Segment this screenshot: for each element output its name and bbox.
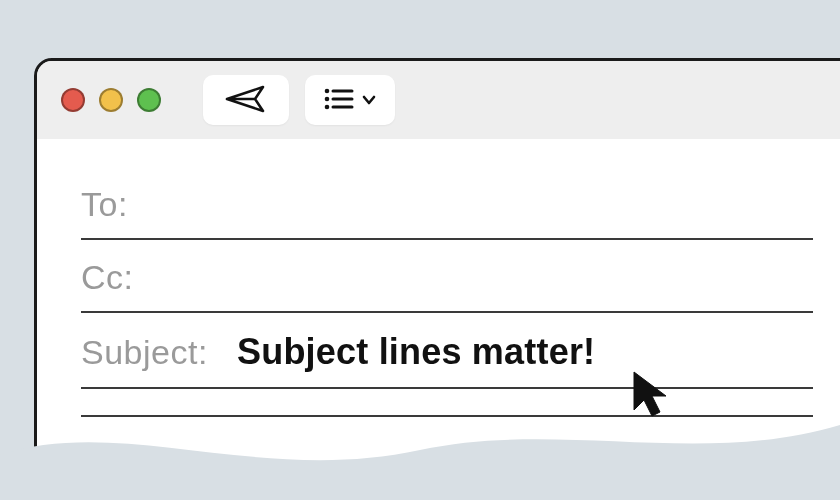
svg-point-2 [325, 96, 330, 101]
subject-label: Subject: [81, 333, 221, 372]
svg-point-0 [325, 88, 330, 93]
to-field[interactable] [157, 185, 813, 224]
zoom-icon[interactable] [137, 88, 161, 112]
format-list-button[interactable] [305, 75, 395, 125]
send-button[interactable] [203, 75, 289, 125]
list-icon [324, 88, 354, 113]
subject-field[interactable] [237, 331, 813, 373]
traffic-lights [61, 88, 161, 112]
compose-window: To: Cc: Subject: [34, 58, 840, 500]
close-icon[interactable] [61, 88, 85, 112]
paper-plane-icon [225, 84, 267, 117]
minimize-icon[interactable] [99, 88, 123, 112]
compose-body: To: Cc: Subject: [37, 139, 840, 500]
cc-row: Cc: [81, 240, 813, 313]
svg-point-4 [325, 104, 330, 109]
titlebar [37, 61, 840, 139]
body-rule [81, 415, 813, 417]
cc-field[interactable] [157, 258, 813, 297]
to-row: To: [81, 167, 813, 240]
cc-label: Cc: [81, 258, 141, 297]
to-label: To: [81, 185, 141, 224]
chevron-down-icon [362, 93, 376, 108]
subject-row: Subject: [81, 313, 813, 389]
